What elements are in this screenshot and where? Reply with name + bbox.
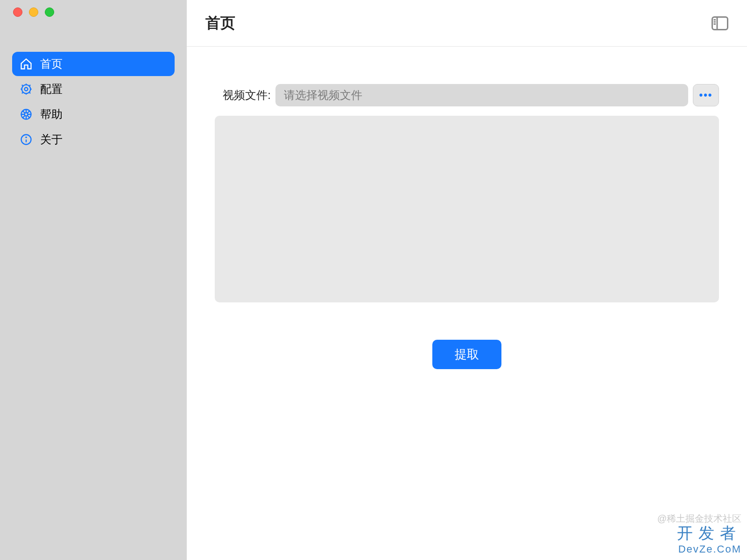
sidebar-item-about[interactable]: 关于	[12, 127, 175, 152]
svg-point-1	[25, 88, 28, 91]
file-row: 视频文件: •••	[215, 84, 719, 106]
sidebar-item-label: 首页	[40, 56, 63, 71]
window-maximize-button[interactable]	[45, 7, 54, 17]
video-file-input[interactable]	[275, 84, 688, 106]
watermark-brand: 开发者	[657, 524, 741, 543]
watermark-source: @稀土掘金技术社区	[657, 513, 741, 524]
sidebar-nav: 首页 配置 帮助 关于	[0, 52, 187, 152]
output-area	[215, 116, 719, 302]
watermark-domain: DevZe.CoM	[657, 543, 741, 555]
main-area: 首页 视频文件: ••• 提取 @稀土掘金技术社区 开发者 DevZe.CoM	[187, 0, 747, 560]
svg-point-3	[25, 113, 28, 116]
sidebar-item-label: 帮助	[40, 107, 63, 122]
window-close-button[interactable]	[13, 7, 22, 17]
sidebar-toggle-button[interactable]	[712, 16, 728, 30]
submit-row: 提取	[215, 340, 719, 369]
home-icon	[20, 57, 33, 70]
window-minimize-button[interactable]	[29, 7, 38, 17]
svg-point-0	[22, 85, 31, 94]
topbar: 首页	[187, 0, 747, 47]
gear-icon	[20, 83, 33, 96]
sidebar-item-home[interactable]: 首页	[12, 52, 175, 76]
watermark: @稀土掘金技术社区 开发者 DevZe.CoM	[657, 513, 741, 555]
browse-button[interactable]: •••	[693, 84, 719, 106]
content: 视频文件: ••• 提取	[187, 47, 747, 369]
sidebar-item-config[interactable]: 配置	[12, 77, 175, 101]
info-icon	[20, 133, 33, 146]
file-label: 视频文件:	[215, 88, 271, 103]
window-controls	[0, 7, 187, 17]
extract-button[interactable]: 提取	[432, 340, 501, 369]
sidebar: 首页 配置 帮助 关于	[0, 0, 187, 560]
wheel-icon	[20, 108, 33, 121]
sidebar-item-label: 配置	[40, 82, 63, 97]
sidebar-item-label: 关于	[40, 132, 63, 147]
page-title: 首页	[205, 13, 235, 34]
sidebar-item-help[interactable]: 帮助	[12, 102, 175, 126]
